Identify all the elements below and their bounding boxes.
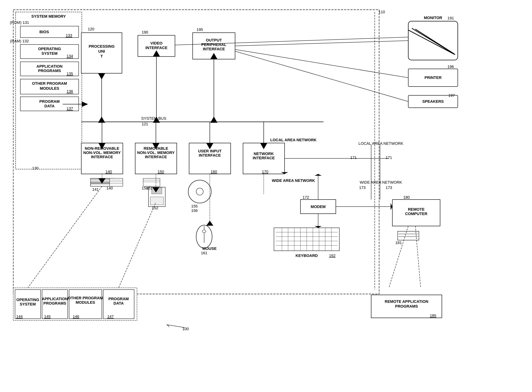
monitor-label: MONITOR bbox=[424, 15, 442, 20]
ni-label2: INTERFACE bbox=[253, 156, 275, 160]
bot-app-label1: APPLICATION bbox=[42, 297, 68, 301]
ram-label: (RAM) 132 bbox=[10, 39, 29, 43]
ref100-arrow bbox=[166, 324, 170, 327]
lan-line-label: LOCAL AREA NETWORK bbox=[358, 141, 403, 146]
ref-190: 190 bbox=[142, 30, 148, 34]
rc-label1: REMOTE bbox=[408, 207, 425, 211]
mouse-label: MOUSE bbox=[202, 246, 217, 251]
speakers-label: SPEAKERS bbox=[422, 99, 444, 104]
rc-label2: COMPUTER bbox=[405, 211, 427, 216]
nr-label3: INTERFACE bbox=[91, 155, 113, 159]
ref-136: 136 bbox=[67, 89, 73, 93]
ref-140b: 140 bbox=[106, 186, 113, 190]
ref-155: 155 bbox=[191, 204, 198, 208]
modem-rc-arrow bbox=[391, 203, 392, 210]
wan-line-label: WIDE AREA NETWORK bbox=[360, 180, 402, 185]
ui-label2: INTERFACE bbox=[199, 153, 221, 158]
modules-label2: MODULES bbox=[40, 86, 59, 91]
vi-label2: INTERFACE bbox=[145, 46, 167, 50]
ui-label1: USER INPUT bbox=[198, 149, 222, 153]
ref-185: 185 bbox=[430, 313, 436, 318]
ref-133: 133 bbox=[66, 33, 72, 38]
ra-label1: REMOTE APPLICATION bbox=[385, 299, 428, 304]
printer-label: PRINTER bbox=[425, 75, 442, 80]
ref-130: 130 bbox=[32, 166, 39, 170]
bot-app-label2: PROGRAMS bbox=[43, 301, 66, 305]
ref-110: 110 bbox=[379, 10, 385, 14]
keyboard-label: KEYBOARD bbox=[295, 253, 318, 258]
rom-label: (ROM) 131 bbox=[10, 20, 29, 25]
bot-mod-label1: OTHER PROGRAM bbox=[68, 296, 103, 300]
ref-171b: 171 bbox=[386, 155, 392, 160]
diagram-container: 110 SYSTEM MEMORY 130 (ROM) 131 BIOS 133… bbox=[0, 0, 532, 392]
ref-172: 172 bbox=[303, 195, 309, 200]
pu-label1: PROCESSING bbox=[89, 44, 115, 49]
ref-180: 180 bbox=[403, 195, 410, 200]
modem-label: MODEM bbox=[311, 205, 326, 209]
pu-label2: UNI bbox=[98, 49, 105, 53]
ref-173b: 173 bbox=[386, 185, 392, 190]
ref-181: 181 bbox=[395, 241, 402, 245]
remote-hdd-icon bbox=[398, 231, 419, 240]
ref-120: 120 bbox=[88, 27, 94, 31]
ref-121: 121 bbox=[142, 122, 148, 126]
program-data-label2: DATA bbox=[44, 104, 55, 108]
mouse-wheel bbox=[202, 230, 206, 233]
ref-140: 140 bbox=[105, 169, 112, 174]
ref-195: 195 bbox=[197, 27, 203, 32]
ref-197: 197 bbox=[448, 93, 455, 98]
bot-mod-label2: MODULES bbox=[76, 300, 95, 305]
ref-151: 151 bbox=[146, 186, 153, 190]
app-label: APPLICATION bbox=[36, 64, 62, 69]
tape-icon bbox=[109, 178, 123, 186]
program-data-label1: PROGRAM bbox=[39, 99, 60, 104]
ref-156: 156 bbox=[191, 208, 198, 213]
ref-134: 134 bbox=[67, 54, 73, 58]
op-label3: INTERFACE bbox=[203, 47, 225, 51]
ref-145: 145 bbox=[44, 314, 51, 319]
ref-150: 150 bbox=[158, 169, 164, 174]
nr-label2: NON-VOL. MEMORY bbox=[83, 150, 121, 155]
ref-141: 141 bbox=[92, 187, 99, 191]
ref-170: 170 bbox=[262, 169, 268, 174]
ref-191: 191 bbox=[447, 16, 454, 20]
bios-label: BIOS bbox=[39, 30, 49, 34]
op-label2: PERIPHERAL bbox=[201, 42, 226, 47]
bot-data-label1: PROGRAM bbox=[109, 297, 129, 301]
ra-label2: PROGRAMS bbox=[395, 304, 418, 308]
os-label: OPERATING bbox=[38, 47, 61, 51]
ref-161: 161 bbox=[201, 251, 208, 255]
app-label2: PROGRAMS bbox=[38, 69, 61, 73]
ref-135: 135 bbox=[67, 71, 73, 76]
op-label1: OUTPUT bbox=[206, 38, 222, 42]
ref-137: 137 bbox=[67, 106, 73, 111]
disc-center bbox=[196, 188, 203, 195]
r-label2: NON-VOL. MEMORY bbox=[137, 150, 175, 155]
system-memory-label: SYSTEM MEMORY bbox=[31, 14, 66, 19]
lan-label: LOCAL AREA NETWORK bbox=[270, 138, 317, 142]
ref100-line bbox=[168, 325, 185, 327]
bot-data-label2: DATA bbox=[114, 301, 124, 305]
vi-label1: VIDEO bbox=[150, 41, 162, 45]
ref-160: 160 bbox=[211, 169, 217, 174]
ref-147: 147 bbox=[107, 314, 114, 319]
pu-label3: T bbox=[100, 54, 103, 58]
floppy2-icon bbox=[143, 178, 160, 186]
bot-os-label2: SYSTEM bbox=[20, 302, 36, 306]
ref-144: 144 bbox=[16, 314, 23, 319]
modules-label1: OTHER PROGRAM bbox=[32, 81, 67, 86]
ref-173: 173 bbox=[359, 185, 366, 190]
ref-196: 196 bbox=[447, 65, 454, 69]
wan-label: WIDE AREA NETWORK bbox=[272, 178, 315, 183]
os-label2: SYSTEM bbox=[42, 51, 57, 56]
ref-162: 162 bbox=[329, 253, 336, 258]
r-label3: INTERFACE bbox=[145, 155, 167, 159]
system-bus-label: SYSTEM BUS bbox=[141, 116, 166, 121]
floppy-label bbox=[150, 197, 163, 205]
ref-171: 171 bbox=[350, 155, 357, 160]
ni-label1: NETWORK bbox=[254, 151, 274, 156]
bot-os-label1: OPERATING bbox=[16, 298, 39, 302]
ref-146: 146 bbox=[73, 314, 79, 319]
